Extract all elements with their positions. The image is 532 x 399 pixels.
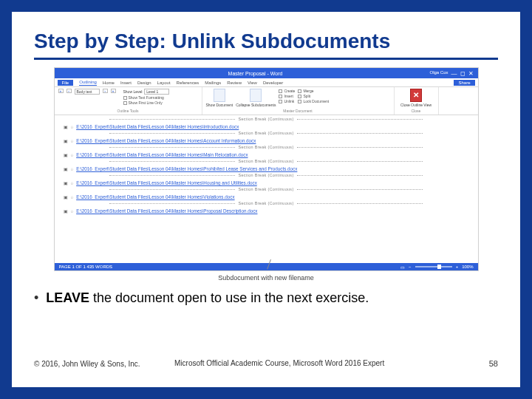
slide-frame: Step by Step: Unlink Subdocuments Master… <box>0 0 532 399</box>
sub-handle-icon[interactable]: ▣ <box>64 195 68 200</box>
page-number: 58 <box>489 359 498 368</box>
promote-arrows: « <box>58 89 64 93</box>
bullet-icon: ○ <box>71 153 74 157</box>
close-icon: ✕ <box>410 89 422 102</box>
sub-handle-icon[interactable]: ▣ <box>64 153 68 157</box>
zoom-in-icon[interactable]: + <box>456 265 459 269</box>
user-name: Olga Cox <box>429 70 448 77</box>
section-break: Section Break (Continuous) <box>55 131 478 135</box>
word-screenshot: Master Proposal - Word Olga Cox — ◻ ✕ Fi… <box>54 67 479 271</box>
share-button[interactable]: Share <box>454 80 474 86</box>
view-icon[interactable]: ▭ <box>400 265 405 270</box>
checkbox-icon[interactable] <box>123 96 127 100</box>
show-level-label: Show Level: <box>123 89 143 94</box>
callout: Subdocument with new filename <box>34 274 498 283</box>
insert-button[interactable]: Insert <box>284 94 293 98</box>
lock-button[interactable]: Lock Document <box>303 99 329 103</box>
section-break: Section Break (Continuous) <box>55 145 478 149</box>
insert-icon <box>279 95 282 98</box>
footer-course: Microsoft Official Academic Course, Micr… <box>174 359 384 367</box>
slide-footer: © 2016, John Wiley & Sons, Inc. Microsof… <box>34 359 498 368</box>
bullet-icon: ○ <box>71 125 74 129</box>
group-label-master: Master Document <box>206 109 390 113</box>
close-outline-button[interactable]: ✕Close Outline View <box>400 89 432 107</box>
section-break: Section Break (Continuous) <box>55 187 478 191</box>
promote-top-icon[interactable]: « <box>58 89 64 93</box>
window-minimize-icon[interactable]: — <box>451 70 457 77</box>
bullet-icon: ○ <box>71 167 74 171</box>
word-document-area: Section Break (Continuous) ▣○E:\2016_Exp… <box>55 115 478 263</box>
bullet-icon: ○ <box>71 181 74 185</box>
show-text-formatting[interactable]: Show Text Formatting <box>129 95 164 100</box>
group-close: ✕Close Outline View Close <box>395 87 439 115</box>
tab-mailings[interactable]: Mailings <box>205 81 221 85</box>
tab-developer[interactable]: Developer <box>263 81 283 85</box>
unlink-icon <box>279 100 282 103</box>
zoom-out-icon[interactable]: − <box>409 265 412 269</box>
title-rule <box>34 58 498 60</box>
bullet-icon: ○ <box>71 209 74 214</box>
zoom-thumb[interactable] <box>437 265 441 269</box>
show-first-line[interactable]: Show First Line Only <box>129 100 163 105</box>
show-level-select[interactable]: Level 1 <box>144 89 169 95</box>
demote-icon[interactable]: › <box>103 89 108 93</box>
subdoc-link[interactable]: E:\2016_Expert\Student Data Files\Lesson… <box>76 194 234 200</box>
tab-review[interactable]: Review <box>227 81 242 85</box>
checkbox-icon[interactable] <box>123 101 127 105</box>
show-document-button[interactable]: Show Document <box>206 89 233 107</box>
document-icon <box>214 89 225 102</box>
bullet-icon: ○ <box>71 139 74 143</box>
subdoc-link[interactable]: E:\2016_Expert\Student Data Files\Lesson… <box>76 138 256 143</box>
tab-outlining[interactable]: Outlining <box>79 80 97 86</box>
split-icon <box>298 95 301 98</box>
section-break: Section Break (Continuous) <box>55 201 478 205</box>
tab-view[interactable]: View <box>248 81 257 85</box>
sub-handle-icon[interactable]: ▣ <box>64 125 68 129</box>
slide-body: Step by Step: Unlink Subdocuments Master… <box>12 12 520 387</box>
bullet-text: LEAVE the document open to use in the ne… <box>46 290 369 306</box>
ribbon: « ‹ Body text › » Show Level <box>55 87 478 115</box>
ribbon-tabs: File Outlining Home Insert Design Layout… <box>55 78 478 87</box>
section-break: Section Break (Continuous) <box>55 173 478 177</box>
group-outline-tools: « ‹ Body text › » Show Level <box>55 87 202 115</box>
sub-handle-icon[interactable]: ▣ <box>64 181 68 185</box>
bullet-list: • LEAVE the document open to use in the … <box>34 290 498 306</box>
zoom-value: 100% <box>462 265 473 269</box>
create-icon <box>279 89 282 93</box>
group-label-outline: Outline Tools <box>58 109 198 113</box>
slide-title: Step by Step: Unlink Subdocuments <box>34 30 498 53</box>
section-break: Section Break (Continuous) <box>55 117 478 121</box>
subdoc-link[interactable]: E:\2016_Expert\Student Data Files\Lesson… <box>76 166 297 171</box>
group-master-document: Show Document Collapse Subdocuments Crea… <box>202 87 395 115</box>
split-button[interactable]: Split <box>303 94 310 98</box>
tab-design[interactable]: Design <box>137 81 151 85</box>
subdoc-link[interactable]: E:\2016_Expert\Student Data Files\Lesson… <box>76 124 239 129</box>
subdoc-link[interactable]: E:\2016_Expert\Student Data Files\Lesson… <box>76 152 248 157</box>
file-tab[interactable]: File <box>58 80 74 86</box>
create-button[interactable]: Create <box>284 89 295 93</box>
sub-handle-icon[interactable]: ▣ <box>64 167 68 171</box>
demote-bottom-icon[interactable]: » <box>111 89 116 93</box>
tab-home[interactable]: Home <box>103 81 115 85</box>
sub-handle-icon[interactable]: ▣ <box>64 139 68 143</box>
window-maximize-icon[interactable]: ◻ <box>460 70 466 77</box>
sub-handle-icon[interactable]: ▣ <box>64 209 68 214</box>
copyright: © 2016, John Wiley & Sons, Inc. <box>34 360 140 368</box>
tab-references[interactable]: References <box>177 81 200 85</box>
merge-button[interactable]: Merge <box>303 89 313 93</box>
collapse-icon <box>250 89 262 102</box>
subdoc-link[interactable]: E:\2016_Expert\Student Data Files\Lesson… <box>76 180 257 185</box>
window-title: Master Proposal - Word <box>81 71 430 76</box>
unlink-button[interactable]: Unlink <box>284 99 294 103</box>
collapse-subdocs-button[interactable]: Collapse Subdocuments <box>236 89 276 107</box>
promote-icon[interactable]: ‹ <box>66 89 72 93</box>
bullet-icon: ○ <box>71 195 74 200</box>
zoom-slider[interactable] <box>415 266 452 267</box>
tab-insert[interactable]: Insert <box>120 81 132 85</box>
word-titlebar: Master Proposal - Word Olga Cox — ◻ ✕ <box>55 68 478 78</box>
bullet-marker: • <box>34 290 38 306</box>
tab-layout[interactable]: Layout <box>157 81 171 85</box>
window-close-icon[interactable]: ✕ <box>468 70 474 77</box>
outline-level-select[interactable]: Body text <box>75 89 100 95</box>
subdoc-link[interactable]: E:\2016_Expert\Student Data Files\Lesson… <box>76 208 257 214</box>
